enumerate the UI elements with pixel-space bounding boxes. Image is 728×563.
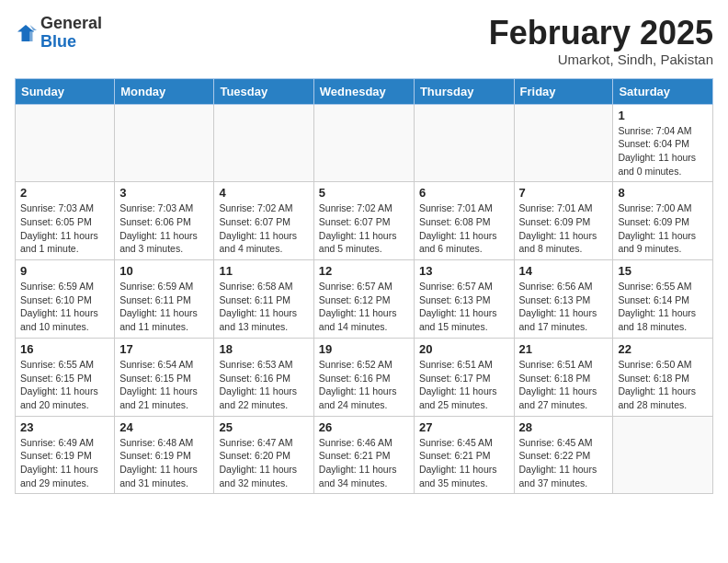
calendar-week-row: 9Sunrise: 6:59 AM Sunset: 6:10 PM Daylig… (16, 260, 713, 339)
day-info: Sunrise: 6:49 AM Sunset: 6:19 PM Dayligh… (20, 436, 109, 490)
day-info: Sunrise: 6:58 AM Sunset: 6:11 PM Dayligh… (219, 280, 308, 334)
day-info: Sunrise: 7:02 AM Sunset: 6:07 PM Dayligh… (319, 201, 409, 256)
day-number: 20 (419, 342, 509, 356)
day-info: Sunrise: 7:00 AM Sunset: 6:09 PM Dayligh… (618, 201, 708, 256)
weekday-header-row: SundayMondayTuesdayWednesdayThursdayFrid… (16, 78, 713, 104)
day-number: 23 (20, 420, 109, 434)
calendar-day-cell: 15Sunrise: 6:55 AM Sunset: 6:14 PM Dayli… (613, 260, 713, 339)
day-number: 10 (119, 264, 209, 278)
calendar-day-cell: 14Sunrise: 6:56 AM Sunset: 6:13 PM Dayli… (514, 260, 613, 339)
month-title: February 2025 (489, 15, 713, 52)
weekday-header: Friday (514, 78, 613, 104)
calendar-day-cell: 21Sunrise: 6:51 AM Sunset: 6:18 PM Dayli… (514, 338, 613, 416)
calendar-day-cell: 27Sunrise: 6:45 AM Sunset: 6:21 PM Dayli… (414, 416, 514, 494)
day-number: 4 (219, 186, 308, 200)
day-info: Sunrise: 7:01 AM Sunset: 6:08 PM Dayligh… (419, 201, 509, 256)
calendar-day-cell: 17Sunrise: 6:54 AM Sunset: 6:15 PM Dayli… (115, 338, 214, 416)
calendar-day-cell (313, 104, 414, 182)
day-number: 12 (319, 264, 409, 278)
calendar-week-row: 23Sunrise: 6:49 AM Sunset: 6:19 PM Dayli… (16, 416, 713, 494)
weekday-header: Tuesday (214, 78, 313, 104)
day-info: Sunrise: 6:53 AM Sunset: 6:16 PM Dayligh… (219, 358, 308, 412)
location: Umarkot, Sindh, Pakistan (489, 52, 713, 67)
day-number: 2 (20, 186, 109, 200)
day-info: Sunrise: 6:57 AM Sunset: 6:12 PM Dayligh… (319, 280, 409, 334)
day-number: 17 (119, 342, 209, 356)
calendar-day-cell: 1Sunrise: 7:04 AM Sunset: 6:04 PM Daylig… (613, 104, 713, 182)
day-number: 14 (519, 264, 609, 278)
weekday-header: Sunday (16, 78, 115, 104)
calendar-day-cell: 9Sunrise: 6:59 AM Sunset: 6:10 PM Daylig… (16, 260, 115, 339)
day-info: Sunrise: 6:52 AM Sunset: 6:16 PM Dayligh… (319, 358, 409, 412)
logo-general: General (40, 14, 102, 32)
day-info: Sunrise: 6:59 AM Sunset: 6:11 PM Dayligh… (119, 280, 209, 334)
day-info: Sunrise: 6:50 AM Sunset: 6:18 PM Dayligh… (618, 358, 708, 412)
calendar-day-cell: 3Sunrise: 7:03 AM Sunset: 6:06 PM Daylig… (115, 182, 214, 260)
day-info: Sunrise: 6:55 AM Sunset: 6:15 PM Dayligh… (20, 358, 109, 412)
weekday-header: Saturday (613, 78, 713, 104)
svg-marker-1 (30, 25, 38, 41)
day-number: 25 (219, 420, 308, 434)
day-number: 18 (219, 342, 308, 356)
day-info: Sunrise: 7:02 AM Sunset: 6:07 PM Dayligh… (219, 201, 308, 256)
logo-blue: Blue (40, 32, 76, 51)
calendar-day-cell (613, 416, 713, 494)
calendar-week-row: 16Sunrise: 6:55 AM Sunset: 6:15 PM Dayli… (16, 338, 713, 416)
weekday-header: Thursday (414, 78, 514, 104)
calendar-day-cell: 22Sunrise: 6:50 AM Sunset: 6:18 PM Dayli… (613, 338, 713, 416)
calendar-day-cell: 8Sunrise: 7:00 AM Sunset: 6:09 PM Daylig… (613, 182, 713, 260)
logo: General Blue (15, 15, 102, 52)
calendar-day-cell: 5Sunrise: 7:02 AM Sunset: 6:07 PM Daylig… (313, 182, 414, 260)
calendar-week-row: 1Sunrise: 7:04 AM Sunset: 6:04 PM Daylig… (16, 104, 713, 182)
day-number: 11 (219, 264, 308, 278)
day-number: 26 (319, 420, 409, 434)
day-number: 24 (119, 420, 209, 434)
calendar-day-cell (115, 104, 214, 182)
calendar-day-cell: 11Sunrise: 6:58 AM Sunset: 6:11 PM Dayli… (214, 260, 313, 339)
calendar-day-cell: 6Sunrise: 7:01 AM Sunset: 6:08 PM Daylig… (414, 182, 514, 260)
calendar-day-cell: 12Sunrise: 6:57 AM Sunset: 6:12 PM Dayli… (313, 260, 414, 339)
calendar-day-cell: 2Sunrise: 7:03 AM Sunset: 6:05 PM Daylig… (16, 182, 115, 260)
calendar-day-cell: 28Sunrise: 6:45 AM Sunset: 6:22 PM Dayli… (514, 416, 613, 494)
day-number: 16 (20, 342, 109, 356)
day-info: Sunrise: 6:57 AM Sunset: 6:13 PM Dayligh… (419, 280, 509, 334)
day-number: 27 (419, 420, 509, 434)
page-header: General Blue February 2025 Umarkot, Sind… (15, 15, 713, 67)
calendar-table: SundayMondayTuesdayWednesdayThursdayFrid… (15, 78, 713, 495)
day-info: Sunrise: 6:54 AM Sunset: 6:15 PM Dayligh… (119, 358, 209, 412)
calendar-day-cell: 20Sunrise: 6:51 AM Sunset: 6:17 PM Dayli… (414, 338, 514, 416)
day-number: 7 (519, 186, 609, 200)
day-info: Sunrise: 6:55 AM Sunset: 6:14 PM Dayligh… (618, 280, 708, 334)
day-info: Sunrise: 6:51 AM Sunset: 6:17 PM Dayligh… (419, 358, 509, 412)
day-number: 28 (519, 420, 609, 434)
day-info: Sunrise: 6:51 AM Sunset: 6:18 PM Dayligh… (519, 358, 609, 412)
day-number: 19 (319, 342, 409, 356)
calendar-week-row: 2Sunrise: 7:03 AM Sunset: 6:05 PM Daylig… (16, 182, 713, 260)
day-info: Sunrise: 7:04 AM Sunset: 6:04 PM Dayligh… (618, 124, 708, 178)
day-number: 5 (319, 186, 409, 200)
logo-text: General Blue (40, 15, 102, 52)
calendar-day-cell (214, 104, 313, 182)
day-info: Sunrise: 6:59 AM Sunset: 6:10 PM Dayligh… (20, 280, 109, 334)
day-info: Sunrise: 6:45 AM Sunset: 6:22 PM Dayligh… (519, 436, 609, 490)
calendar-day-cell: 4Sunrise: 7:02 AM Sunset: 6:07 PM Daylig… (214, 182, 313, 260)
calendar-day-cell (514, 104, 613, 182)
day-number: 13 (419, 264, 509, 278)
weekday-header: Wednesday (313, 78, 414, 104)
day-number: 9 (20, 264, 109, 278)
calendar-day-cell: 7Sunrise: 7:01 AM Sunset: 6:09 PM Daylig… (514, 182, 613, 260)
weekday-header: Monday (115, 78, 214, 104)
day-number: 8 (618, 186, 708, 200)
day-info: Sunrise: 7:03 AM Sunset: 6:05 PM Dayligh… (20, 201, 109, 256)
logo-icon (15, 22, 37, 44)
calendar-day-cell: 24Sunrise: 6:48 AM Sunset: 6:19 PM Dayli… (115, 416, 214, 494)
calendar-day-cell: 10Sunrise: 6:59 AM Sunset: 6:11 PM Dayli… (115, 260, 214, 339)
calendar-day-cell: 16Sunrise: 6:55 AM Sunset: 6:15 PM Dayli… (16, 338, 115, 416)
calendar-day-cell: 13Sunrise: 6:57 AM Sunset: 6:13 PM Dayli… (414, 260, 514, 339)
calendar-day-cell: 23Sunrise: 6:49 AM Sunset: 6:19 PM Dayli… (16, 416, 115, 494)
day-info: Sunrise: 6:46 AM Sunset: 6:21 PM Dayligh… (319, 436, 409, 490)
calendar-day-cell: 19Sunrise: 6:52 AM Sunset: 6:16 PM Dayli… (313, 338, 414, 416)
calendar-day-cell (16, 104, 115, 182)
day-number: 15 (618, 264, 708, 278)
day-info: Sunrise: 6:45 AM Sunset: 6:21 PM Dayligh… (419, 436, 509, 490)
